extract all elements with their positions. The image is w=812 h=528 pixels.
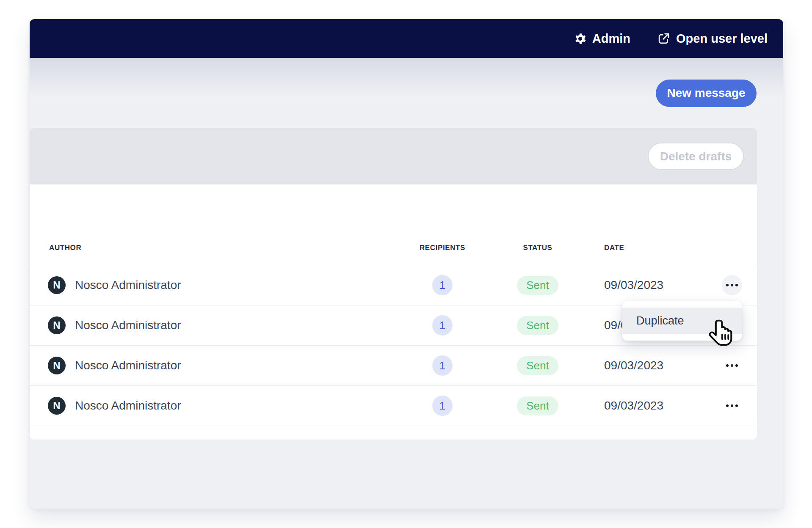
app-window: Admin Open user level New message Delete…: [30, 19, 783, 509]
avatar: N: [48, 357, 66, 374]
recipients-count-badge: 1: [432, 315, 453, 336]
table-header-row: AUTHOR RECIPIENTS STATUS DATE: [30, 184, 757, 265]
messages-panel: Delete drafts AUTHOR RECIPIENTS STATUS D…: [30, 128, 757, 440]
table-toolbar: Delete drafts: [30, 128, 757, 184]
avatar: N: [48, 397, 66, 415]
status-cell: Sent: [483, 356, 593, 375]
author-name: Nosco Administrator: [75, 399, 181, 412]
status-cell: Sent: [483, 316, 593, 335]
status-badge: Sent: [517, 396, 558, 415]
row-actions-button[interactable]: [722, 396, 742, 416]
date-cell: 09/03/2023: [593, 399, 720, 412]
status-badge: Sent: [517, 316, 558, 335]
external-link-icon: [657, 33, 670, 45]
admin-label: Admin: [592, 32, 630, 46]
author-cell: N Nosco Administrator: [30, 316, 402, 334]
recipients-count-badge: 1: [432, 355, 453, 376]
table-row[interactable]: N Nosco Administrator 1 Sent 09/03/2023: [30, 265, 757, 305]
column-header-status: STATUS: [483, 244, 593, 265]
recipients-count-badge: 1: [432, 275, 453, 295]
status-cell: Sent: [483, 276, 593, 295]
recipients-cell: 1: [402, 315, 483, 336]
row-actions-button[interactable]: [722, 275, 742, 295]
admin-menu[interactable]: Admin: [574, 32, 630, 46]
date-cell: 09/03/2023: [593, 278, 720, 292]
column-header-date: DATE: [593, 244, 720, 265]
ellipsis-icon: [726, 284, 729, 286]
table-footer-strip: [30, 426, 757, 440]
status-badge: Sent: [517, 356, 558, 375]
author-cell: N Nosco Administrator: [30, 276, 402, 294]
recipients-cell: 1: [402, 275, 483, 295]
column-header-recipients: RECIPIENTS: [402, 244, 483, 265]
table-row[interactable]: N Nosco Administrator 1 Sent 09/03/2023: [30, 386, 757, 426]
author-name: Nosco Administrator: [75, 278, 181, 292]
recipients-cell: 1: [402, 396, 483, 416]
open-user-level-link[interactable]: Open user level: [657, 32, 768, 46]
column-header-author: AUTHOR: [30, 244, 402, 265]
avatar: N: [48, 316, 66, 334]
top-nav: Admin Open user level: [30, 19, 783, 58]
delete-drafts-button[interactable]: Delete drafts: [648, 143, 744, 170]
recipients-count-badge: 1: [432, 396, 453, 416]
author-cell: N Nosco Administrator: [30, 397, 402, 415]
row-context-menu: Duplicate: [622, 301, 742, 341]
new-message-button[interactable]: New message: [656, 80, 757, 107]
ellipsis-icon: [726, 364, 729, 367]
row-actions-button[interactable]: [722, 355, 742, 376]
ellipsis-icon: [726, 404, 729, 407]
author-name: Nosco Administrator: [75, 359, 181, 372]
open-user-level-label: Open user level: [676, 32, 768, 46]
status-cell: Sent: [483, 396, 593, 415]
recipients-cell: 1: [402, 355, 483, 376]
date-cell: 09/03/2023: [593, 359, 720, 372]
status-badge: Sent: [517, 276, 558, 295]
author-name: Nosco Administrator: [75, 319, 181, 332]
table-row[interactable]: N Nosco Administrator 1 Sent 09/03/2023: [30, 346, 757, 386]
avatar: N: [48, 276, 66, 294]
menu-item-duplicate[interactable]: Duplicate: [622, 308, 742, 334]
author-cell: N Nosco Administrator: [30, 357, 402, 374]
gear-icon: [574, 33, 586, 44]
page-actions: New message: [30, 58, 783, 128]
